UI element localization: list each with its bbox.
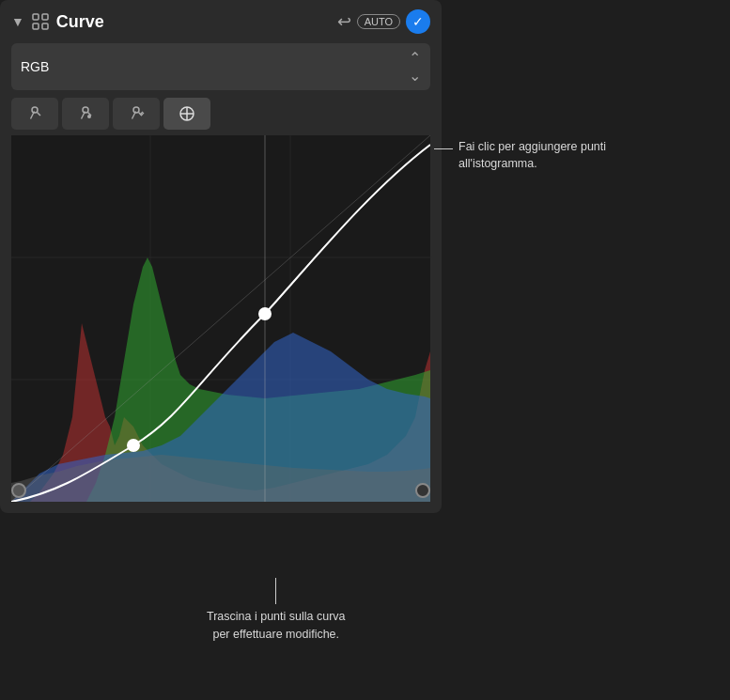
header-actions: ↩ AUTO ✓ — [337, 9, 430, 34]
eyedropper-black-button[interactable] — [11, 98, 58, 130]
svg-point-4 — [32, 107, 38, 113]
channel-selector[interactable]: RGB ⌃⌄ — [11, 43, 430, 90]
confirm-button[interactable]: ✓ — [406, 9, 430, 34]
eyedropper-toolbar — [11, 98, 430, 130]
svg-rect-1 — [42, 14, 48, 20]
panel-header: ▼ Curve ↩ AUTO ✓ — [11, 9, 430, 34]
callout-bottom-text: Trascina i punti sulla curva per effettu… — [207, 608, 346, 644]
callout-right-text: Fai clic per aggiungere punti all'istogr… — [458, 139, 609, 172]
svg-point-20 — [128, 440, 139, 451]
curves-panel: ▼ Curve ↩ AUTO ✓ RGB ⌃⌄ — [0, 0, 442, 513]
svg-point-22 — [12, 484, 25, 497]
svg-point-7 — [133, 107, 139, 113]
svg-point-23 — [416, 484, 429, 497]
curve-area[interactable] — [11, 135, 430, 502]
add-point-button[interactable] — [163, 98, 210, 130]
grid-icon — [32, 13, 49, 30]
callout-drag-points: Trascina i punti sulla curva per effettu… — [207, 578, 346, 644]
channel-arrows-icon: ⌃⌄ — [409, 49, 421, 85]
svg-point-21 — [259, 308, 271, 319]
panel-title: Curve — [56, 12, 330, 32]
eyedropper-white-button[interactable] — [113, 98, 160, 130]
callout-line-vertical — [275, 578, 276, 604]
svg-point-6 — [87, 115, 91, 118]
svg-point-5 — [83, 107, 88, 113]
svg-rect-2 — [33, 23, 39, 29]
auto-button[interactable]: AUTO — [357, 14, 400, 29]
collapse-arrow[interactable]: ▼ — [11, 14, 24, 29]
svg-rect-3 — [42, 23, 48, 29]
svg-rect-0 — [33, 14, 39, 20]
undo-button[interactable]: ↩ — [337, 13, 351, 30]
callout-add-points: Fai clic per aggiungere punti all'istogr… — [434, 139, 609, 172]
channel-label: RGB — [21, 59, 409, 74]
eyedropper-gray-button[interactable] — [62, 98, 109, 130]
